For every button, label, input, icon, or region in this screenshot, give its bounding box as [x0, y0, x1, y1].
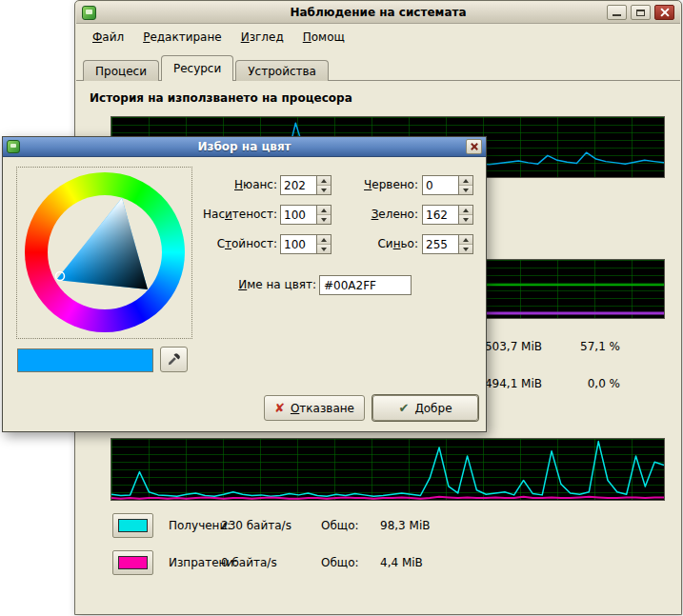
dialog-close-button[interactable]: [466, 139, 482, 154]
eyedropper-button[interactable]: [160, 347, 188, 372]
system-monitor-icon[interactable]: [82, 6, 96, 20]
notebook-tabs: Процеси Ресурси Устройства: [83, 55, 331, 81]
window-controls: [607, 5, 674, 20]
tab-processes[interactable]: Процеси: [83, 60, 159, 81]
selected-color-preview: [17, 348, 153, 372]
main-titlebar[interactable]: Наблюдение на системата: [76, 2, 680, 24]
swap-percent-value: 0,0 %: [580, 377, 620, 390]
close-icon: [655, 6, 673, 19]
sent-color-swatch: [118, 556, 148, 569]
received-color-swatch: [118, 519, 148, 532]
green-input[interactable]: [423, 206, 458, 224]
sent-rate-value: 0 байта/s: [221, 556, 277, 569]
red-label: Червено:: [327, 175, 418, 195]
color-name-input[interactable]: [319, 275, 412, 295]
memory-percent-value: 57,1 %: [580, 340, 620, 353]
sent-color-button[interactable]: [112, 550, 153, 575]
color-picker-dialog: Избор на цвят Нюанс:: [2, 136, 487, 432]
dialog-titlebar[interactable]: Избор на цвят: [3, 137, 486, 157]
hue-input[interactable]: [281, 176, 316, 194]
color-name-label: Име на цвят:: [146, 275, 316, 295]
blue-up-button[interactable]: [459, 235, 472, 244]
green-spinner: [422, 205, 473, 225]
blue-down-button[interactable]: [459, 244, 472, 253]
dialog-title: Избор на цвят: [3, 140, 486, 153]
ok-button[interactable]: ✔ Добре: [372, 395, 478, 421]
saturation-label: Наситеност:: [146, 205, 277, 225]
maximize-button[interactable]: [631, 5, 651, 20]
hue-label: Нюанс:: [146, 175, 277, 195]
received-color-button[interactable]: [112, 513, 153, 538]
menu-view[interactable]: Изглед: [231, 28, 293, 47]
sent-total-value: 4,4 MiB: [380, 556, 423, 569]
red-spinner: [422, 175, 473, 195]
red-down-button[interactable]: [459, 185, 472, 194]
value-label: Стойност:: [146, 234, 277, 254]
saturation-spinner: [280, 205, 331, 225]
ok-button-label: Добре: [414, 402, 452, 415]
received-total-label: Общо:: [321, 519, 359, 532]
dialog-close-icon: [467, 140, 481, 153]
red-up-button[interactable]: [459, 176, 472, 185]
blue-spinner: [422, 234, 473, 254]
cancel-x-icon: ✘: [274, 401, 285, 415]
cpu-history-heading: История на използването на процесора: [90, 91, 352, 105]
tab-devices[interactable]: Устройства: [235, 60, 329, 81]
network-history-chart: [110, 438, 665, 501]
green-down-button[interactable]: [459, 214, 472, 224]
eyedropper-icon: [167, 352, 181, 367]
menu-edit[interactable]: Редактиране: [133, 28, 231, 47]
green-up-button[interactable]: [459, 206, 472, 214]
minimize-button[interactable]: [607, 5, 627, 20]
value-spinner: [280, 234, 331, 254]
saturation-input[interactable]: [281, 206, 316, 224]
value-input[interactable]: [281, 235, 316, 253]
received-total-value: 98,3 MiB: [380, 519, 430, 532]
blue-input[interactable]: [423, 235, 458, 253]
ok-check-icon: ✔: [398, 401, 409, 415]
cancel-button-label: Отказване: [291, 402, 354, 415]
cancel-button[interactable]: ✘ Отказване: [264, 395, 365, 421]
menu-help[interactable]: Помощ: [293, 28, 354, 47]
dialog-window-icon[interactable]: [7, 140, 20, 153]
green-label: Зелено:: [327, 205, 418, 225]
received-rate-value: 230 байта/s: [221, 519, 291, 532]
hue-spinner: [280, 175, 331, 195]
red-input[interactable]: [423, 176, 458, 194]
sent-total-label: Общо:: [321, 556, 359, 569]
menubar: Файл Редактиране Изглед Помощ: [77, 27, 679, 48]
main-window-title: Наблюдение на системата: [76, 6, 680, 19]
blue-label: Синьо:: [327, 234, 418, 254]
tab-resources[interactable]: Ресурси: [161, 55, 233, 81]
close-button[interactable]: [654, 5, 674, 20]
menu-file[interactable]: Файл: [83, 28, 133, 47]
